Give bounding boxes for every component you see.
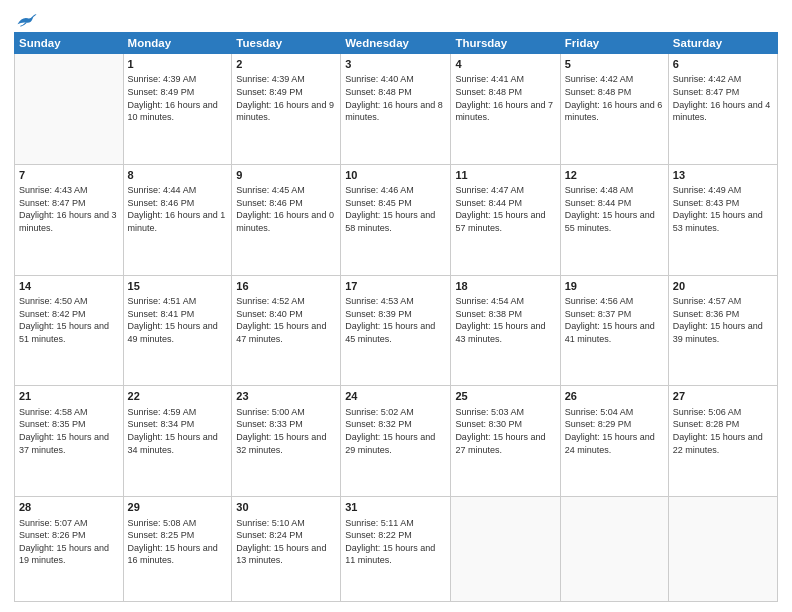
sunrise-text: Sunrise: 4:57 AM bbox=[673, 295, 773, 308]
daylight-text: Daylight: 15 hours and 24 minutes. bbox=[565, 431, 664, 456]
sunrise-text: Sunrise: 4:40 AM bbox=[345, 73, 446, 86]
sunset-text: Sunset: 8:47 PM bbox=[673, 86, 773, 99]
day-number: 15 bbox=[128, 279, 228, 294]
calendar-week-row: 14Sunrise: 4:50 AMSunset: 8:42 PMDayligh… bbox=[15, 275, 778, 386]
sunrise-text: Sunrise: 4:43 AM bbox=[19, 184, 119, 197]
day-number: 29 bbox=[128, 500, 228, 515]
sunset-text: Sunset: 8:34 PM bbox=[128, 418, 228, 431]
calendar-header-thursday: Thursday bbox=[451, 33, 560, 54]
calendar-cell: 12Sunrise: 4:48 AMSunset: 8:44 PMDayligh… bbox=[560, 164, 668, 275]
day-number: 5 bbox=[565, 57, 664, 72]
day-number: 7 bbox=[19, 168, 119, 183]
daylight-text: Daylight: 16 hours and 0 minutes. bbox=[236, 209, 336, 234]
daylight-text: Daylight: 15 hours and 47 minutes. bbox=[236, 320, 336, 345]
sunrise-text: Sunrise: 5:11 AM bbox=[345, 517, 446, 530]
calendar-cell: 16Sunrise: 4:52 AMSunset: 8:40 PMDayligh… bbox=[232, 275, 341, 386]
day-number: 23 bbox=[236, 389, 336, 404]
daylight-text: Daylight: 15 hours and 19 minutes. bbox=[19, 542, 119, 567]
sunrise-text: Sunrise: 5:07 AM bbox=[19, 517, 119, 530]
day-number: 4 bbox=[455, 57, 555, 72]
sunset-text: Sunset: 8:40 PM bbox=[236, 308, 336, 321]
sunrise-text: Sunrise: 5:08 AM bbox=[128, 517, 228, 530]
calendar-cell: 18Sunrise: 4:54 AMSunset: 8:38 PMDayligh… bbox=[451, 275, 560, 386]
daylight-text: Daylight: 16 hours and 3 minutes. bbox=[19, 209, 119, 234]
day-number: 3 bbox=[345, 57, 446, 72]
header bbox=[14, 10, 778, 28]
calendar-header-row: SundayMondayTuesdayWednesdayThursdayFrid… bbox=[15, 33, 778, 54]
day-number: 12 bbox=[565, 168, 664, 183]
sunrise-text: Sunrise: 4:47 AM bbox=[455, 184, 555, 197]
calendar-header-tuesday: Tuesday bbox=[232, 33, 341, 54]
calendar-cell: 23Sunrise: 5:00 AMSunset: 8:33 PMDayligh… bbox=[232, 386, 341, 497]
sunrise-text: Sunrise: 4:42 AM bbox=[565, 73, 664, 86]
calendar-cell: 1Sunrise: 4:39 AMSunset: 8:49 PMDaylight… bbox=[123, 54, 232, 165]
day-number: 28 bbox=[19, 500, 119, 515]
sunrise-text: Sunrise: 5:10 AM bbox=[236, 517, 336, 530]
sunrise-text: Sunrise: 4:50 AM bbox=[19, 295, 119, 308]
calendar-cell: 8Sunrise: 4:44 AMSunset: 8:46 PMDaylight… bbox=[123, 164, 232, 275]
calendar-cell: 20Sunrise: 4:57 AMSunset: 8:36 PMDayligh… bbox=[668, 275, 777, 386]
sunrise-text: Sunrise: 4:48 AM bbox=[565, 184, 664, 197]
daylight-text: Daylight: 15 hours and 37 minutes. bbox=[19, 431, 119, 456]
sunset-text: Sunset: 8:30 PM bbox=[455, 418, 555, 431]
sunset-text: Sunset: 8:41 PM bbox=[128, 308, 228, 321]
day-number: 16 bbox=[236, 279, 336, 294]
day-number: 9 bbox=[236, 168, 336, 183]
sunset-text: Sunset: 8:43 PM bbox=[673, 197, 773, 210]
sunrise-text: Sunrise: 4:42 AM bbox=[673, 73, 773, 86]
sunrise-text: Sunrise: 4:53 AM bbox=[345, 295, 446, 308]
sunset-text: Sunset: 8:36 PM bbox=[673, 308, 773, 321]
daylight-text: Daylight: 15 hours and 27 minutes. bbox=[455, 431, 555, 456]
calendar-header-sunday: Sunday bbox=[15, 33, 124, 54]
sunrise-text: Sunrise: 4:44 AM bbox=[128, 184, 228, 197]
sunset-text: Sunset: 8:46 PM bbox=[128, 197, 228, 210]
sunset-text: Sunset: 8:44 PM bbox=[565, 197, 664, 210]
sunrise-text: Sunrise: 4:39 AM bbox=[236, 73, 336, 86]
daylight-text: Daylight: 15 hours and 39 minutes. bbox=[673, 320, 773, 345]
logo-text bbox=[14, 10, 38, 28]
calendar-week-row: 7Sunrise: 4:43 AMSunset: 8:47 PMDaylight… bbox=[15, 164, 778, 275]
day-number: 19 bbox=[565, 279, 664, 294]
daylight-text: Daylight: 16 hours and 8 minutes. bbox=[345, 99, 446, 124]
daylight-text: Daylight: 16 hours and 1 minute. bbox=[128, 209, 228, 234]
calendar-cell: 31Sunrise: 5:11 AMSunset: 8:22 PMDayligh… bbox=[341, 497, 451, 602]
daylight-text: Daylight: 15 hours and 45 minutes. bbox=[345, 320, 446, 345]
calendar-cell: 26Sunrise: 5:04 AMSunset: 8:29 PMDayligh… bbox=[560, 386, 668, 497]
day-number: 31 bbox=[345, 500, 446, 515]
calendar-cell: 21Sunrise: 4:58 AMSunset: 8:35 PMDayligh… bbox=[15, 386, 124, 497]
sunrise-text: Sunrise: 4:54 AM bbox=[455, 295, 555, 308]
sunrise-text: Sunrise: 5:02 AM bbox=[345, 406, 446, 419]
sunrise-text: Sunrise: 4:59 AM bbox=[128, 406, 228, 419]
calendar-cell: 10Sunrise: 4:46 AMSunset: 8:45 PMDayligh… bbox=[341, 164, 451, 275]
daylight-text: Daylight: 15 hours and 58 minutes. bbox=[345, 209, 446, 234]
sunrise-text: Sunrise: 4:58 AM bbox=[19, 406, 119, 419]
daylight-text: Daylight: 15 hours and 53 minutes. bbox=[673, 209, 773, 234]
sunrise-text: Sunrise: 4:56 AM bbox=[565, 295, 664, 308]
calendar-cell: 27Sunrise: 5:06 AMSunset: 8:28 PMDayligh… bbox=[668, 386, 777, 497]
sunrise-text: Sunrise: 4:45 AM bbox=[236, 184, 336, 197]
daylight-text: Daylight: 16 hours and 10 minutes. bbox=[128, 99, 228, 124]
calendar-cell: 19Sunrise: 4:56 AMSunset: 8:37 PMDayligh… bbox=[560, 275, 668, 386]
sunset-text: Sunset: 8:22 PM bbox=[345, 529, 446, 542]
day-number: 21 bbox=[19, 389, 119, 404]
calendar-cell: 24Sunrise: 5:02 AMSunset: 8:32 PMDayligh… bbox=[341, 386, 451, 497]
sunrise-text: Sunrise: 4:52 AM bbox=[236, 295, 336, 308]
sunrise-text: Sunrise: 4:46 AM bbox=[345, 184, 446, 197]
sunset-text: Sunset: 8:45 PM bbox=[345, 197, 446, 210]
daylight-text: Daylight: 15 hours and 32 minutes. bbox=[236, 431, 336, 456]
calendar-cell: 25Sunrise: 5:03 AMSunset: 8:30 PMDayligh… bbox=[451, 386, 560, 497]
day-number: 24 bbox=[345, 389, 446, 404]
calendar-cell: 2Sunrise: 4:39 AMSunset: 8:49 PMDaylight… bbox=[232, 54, 341, 165]
sunrise-text: Sunrise: 4:51 AM bbox=[128, 295, 228, 308]
sunset-text: Sunset: 8:24 PM bbox=[236, 529, 336, 542]
sunset-text: Sunset: 8:29 PM bbox=[565, 418, 664, 431]
daylight-text: Daylight: 15 hours and 49 minutes. bbox=[128, 320, 228, 345]
sunset-text: Sunset: 8:28 PM bbox=[673, 418, 773, 431]
daylight-text: Daylight: 15 hours and 41 minutes. bbox=[565, 320, 664, 345]
daylight-text: Daylight: 16 hours and 9 minutes. bbox=[236, 99, 336, 124]
daylight-text: Daylight: 15 hours and 51 minutes. bbox=[19, 320, 119, 345]
calendar-cell: 4Sunrise: 4:41 AMSunset: 8:48 PMDaylight… bbox=[451, 54, 560, 165]
sunset-text: Sunset: 8:42 PM bbox=[19, 308, 119, 321]
sunset-text: Sunset: 8:44 PM bbox=[455, 197, 555, 210]
logo bbox=[14, 10, 38, 28]
